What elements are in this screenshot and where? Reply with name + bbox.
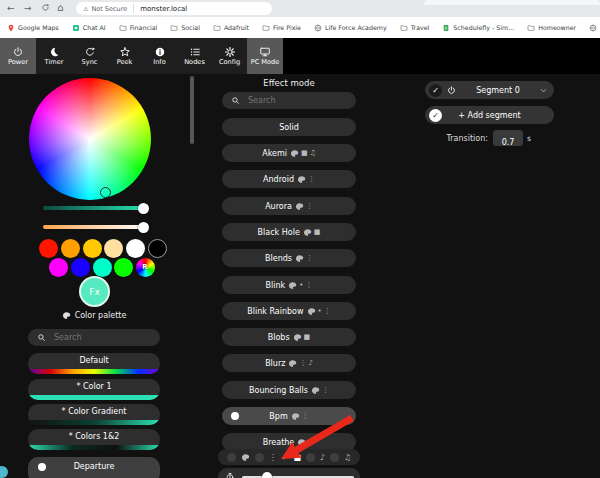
address-divider [133, 4, 134, 13]
effect-blobs[interactable]: Blobs■ [222, 328, 356, 346]
white-channel-slider-knob[interactable] [138, 222, 149, 233]
wled-top-strip: Power Timer Sync Peek Info Nodes [0, 38, 600, 74]
folder-icon [262, 24, 270, 32]
forward-icon[interactable]: → [24, 2, 32, 15]
color-wheel[interactable] [29, 78, 151, 200]
bookmark-fire-pixie[interactable]: Fire Pixie [262, 24, 301, 32]
palette-icon [288, 359, 297, 368]
palette-colors-1-2[interactable]: * Colors 1&2 [28, 429, 160, 450]
swatch-teal[interactable] [93, 258, 112, 277]
palette-icon [293, 333, 302, 342]
wled-toolbar: Power Timer Sync Peek Info Nodes [0, 38, 283, 74]
palette-color-1[interactable]: * Color 1 [28, 379, 160, 400]
effect-bouncing-balls[interactable]: Bouncing Balls⋮ [222, 381, 356, 399]
effect-search[interactable] [222, 92, 356, 109]
color-value-slider-knob[interactable] [138, 203, 149, 214]
effect-blink-rainbow[interactable]: Blink Rainbow•⋮ [222, 302, 356, 320]
peek-button[interactable]: Peek [107, 38, 142, 74]
palette-preview-bar [28, 369, 160, 374]
swatch-magenta[interactable] [49, 258, 68, 277]
folder-icon [400, 24, 408, 32]
effect-aurora[interactable]: Aurora⋮ [222, 197, 356, 215]
address-bar[interactable]: ⚠ Not Secure monster.local [76, 2, 272, 15]
power-button[interactable]: Power [0, 38, 36, 74]
effect-akemi[interactable]: Akemi■♫ [222, 144, 356, 162]
add-segment-button[interactable]: ✓ + Add segment [425, 106, 554, 124]
segment-checkbox[interactable]: ✓ [429, 84, 442, 97]
config-button[interactable]: Config [212, 38, 247, 74]
swatch-gold[interactable] [83, 239, 102, 258]
screen: ← → ⌂ ⚠ Not Secure monster.local Google … [0, 0, 600, 478]
moon-icon [48, 46, 60, 58]
browser-url-bar: ← → ⌂ ⚠ Not Secure monster.local [0, 0, 600, 17]
info-button[interactable]: Info [142, 38, 177, 74]
palette-icon [295, 254, 304, 263]
window-corner [424, 0, 600, 5]
transition-label: Transition: [425, 134, 488, 143]
palette-search[interactable] [28, 329, 160, 346]
nodes-button[interactable]: Nodes [177, 38, 212, 74]
palette-icon [297, 175, 306, 184]
swatch-blue[interactable] [71, 258, 90, 277]
transition-input[interactable] [493, 135, 523, 151]
timer-button[interactable]: Timer [36, 38, 72, 74]
fx-button[interactable]: Fx [79, 276, 110, 307]
bookmark-schedulefly[interactable]: Schedulefly - Sim... [442, 24, 514, 32]
bookmark-adafruit[interactable]: Adafruit [213, 24, 249, 32]
swatch-red[interactable] [39, 239, 58, 258]
palette-default[interactable]: Default [28, 353, 160, 374]
reload-icon[interactable] [41, 3, 50, 12]
bookmark-social[interactable]: Social [170, 24, 200, 32]
bookmark-chat-ai[interactable]: Chat AI [72, 24, 106, 32]
list-icon [189, 46, 201, 58]
speed-slider-knob[interactable] [262, 472, 272, 478]
filter-palette-checkbox[interactable] [227, 453, 236, 462]
url-text: monster.local [140, 5, 187, 13]
swatch-warm-white[interactable] [104, 239, 123, 258]
back-icon[interactable]: ← [7, 2, 15, 15]
speed-icon [225, 472, 235, 478]
annotation-arrow [270, 408, 365, 470]
swatch-green[interactable] [114, 258, 133, 277]
palette-departure[interactable]: Departure [28, 457, 160, 478]
segment-power-icon[interactable] [446, 85, 457, 96]
left-panel-scrollbar[interactable] [190, 76, 194, 144]
home-icon[interactable]: ⌂ [57, 1, 63, 14]
effect-search-input[interactable] [246, 95, 330, 106]
effect-android[interactable]: Android⋮ [222, 170, 356, 188]
color-value-slider[interactable] [43, 206, 146, 210]
effect-solid[interactable]: Solid [222, 118, 356, 136]
bookmark-homeowner[interactable]: Homeowner [527, 24, 576, 32]
palette-color-gradient[interactable]: * Color Gradient [28, 404, 160, 425]
gear-icon [224, 46, 236, 58]
add-segment-checkbox[interactable]: ✓ [429, 109, 442, 122]
palette-search-input[interactable] [52, 332, 136, 343]
effect-mode-title: Effect mode [222, 78, 356, 88]
swatch-random[interactable]: R [136, 258, 155, 277]
bookmark-travel[interactable]: Travel [400, 24, 430, 32]
palette-icon[interactable] [241, 453, 250, 462]
bookmark-google-maps[interactable]: Google Maps [7, 24, 59, 32]
swatch-white[interactable] [126, 239, 145, 258]
segment-0-row[interactable]: ✓ Segment 0 [425, 81, 554, 99]
chevron-down-icon[interactable] [539, 86, 548, 95]
bookmark-financial[interactable]: Financial [119, 24, 158, 32]
effect-blink[interactable]: Blink•⋮ [222, 276, 356, 294]
selected-radio-dot [38, 463, 46, 471]
bookmark-paletteknife[interactable]: PaletteKnife [589, 24, 600, 32]
sync-button[interactable]: Sync [72, 38, 107, 74]
monitor-icon [259, 46, 271, 58]
info-icon [154, 46, 166, 58]
swatch-orange[interactable] [61, 239, 80, 258]
swatch-black[interactable] [148, 239, 167, 258]
color-wheel-selector[interactable] [100, 187, 111, 198]
effect-black-hole[interactable]: Black Hole■ [222, 223, 356, 241]
pc-mode-button[interactable]: PC Mode [247, 38, 283, 74]
white-channel-slider[interactable] [43, 225, 146, 229]
bookmark-life-force-academy[interactable]: Life Force Academy [314, 24, 387, 32]
effect-blurz[interactable]: Blurz⋮♪ [222, 354, 356, 372]
selected-radio-dot [231, 412, 239, 420]
effect-blends[interactable]: Blends⋮ [222, 249, 356, 267]
globe-icon [589, 24, 597, 32]
filter-1d-checkbox[interactable] [255, 453, 264, 462]
